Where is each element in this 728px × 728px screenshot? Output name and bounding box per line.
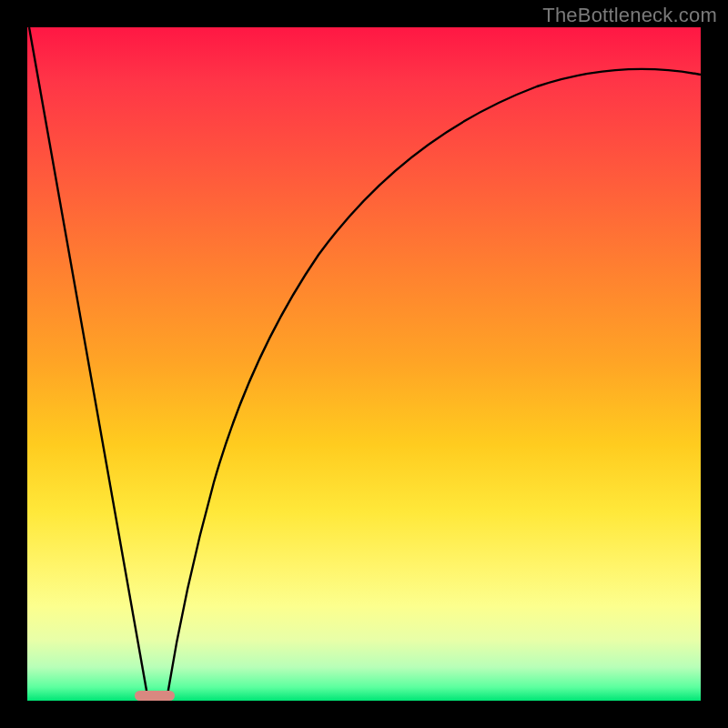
watermark-text: TheBottleneck.com	[542, 4, 717, 27]
curve-layer	[27, 27, 701, 701]
left-branch-curve	[29, 27, 148, 701]
plot-area	[27, 27, 701, 701]
right-branch-curve	[167, 69, 701, 701]
chart-frame: TheBottleneck.com	[0, 0, 728, 728]
bottleneck-marker	[135, 691, 175, 701]
